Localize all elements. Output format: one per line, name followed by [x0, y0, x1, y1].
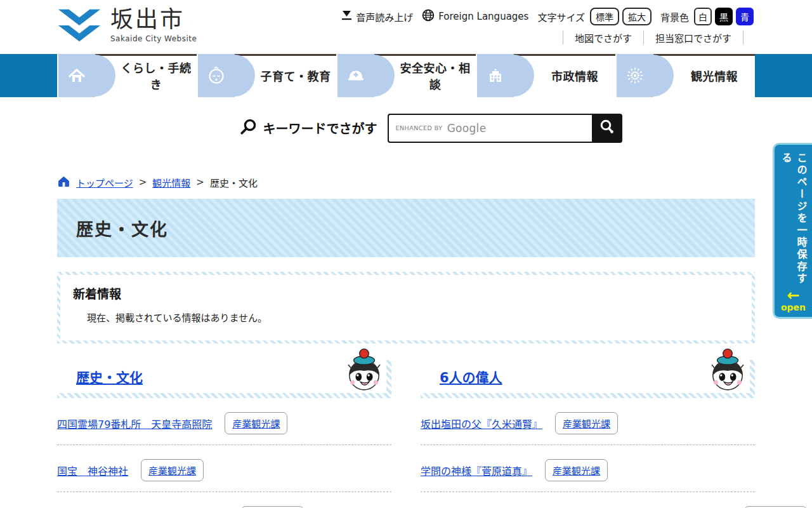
- search-input[interactable]: [388, 114, 592, 143]
- home-icon: [57, 54, 95, 97]
- breadcrumb: トップページ > 観光情報 > 歴史・文化: [57, 175, 812, 189]
- news-title: 新着情報: [73, 284, 739, 302]
- save-page-label: このページを一時保存する: [778, 152, 809, 290]
- background-color-control: 背景色 白 黒 青: [660, 8, 754, 25]
- nav-item-kosodate[interactable]: 子育て・教育: [197, 54, 336, 97]
- department-badge[interactable]: 産業観光課: [555, 412, 618, 434]
- item-link[interactable]: 坂出塩田の父『久米通賢』: [421, 416, 542, 431]
- save-page-side-tab[interactable]: このページを一時保存する ← open: [773, 143, 812, 319]
- nav-item-kurashi[interactable]: くらし・手続き: [57, 54, 197, 97]
- search-submit-button[interactable]: [592, 114, 622, 143]
- header-quick-links: 地図でさがす 担当窓口でさがす: [551, 30, 755, 44]
- divider: [643, 30, 644, 44]
- search-section-label: キーワードでさがす: [240, 118, 377, 138]
- mascot-icon: [346, 347, 383, 393]
- section-header: 6人の偉人: [421, 360, 755, 398]
- news-empty-message: 現在、掲載されている情報はありません。: [87, 311, 739, 324]
- nav-left-cap: [0, 54, 57, 97]
- column-history-culture: 歴史・文化: [57, 360, 391, 508]
- breadcrumb-top-link[interactable]: トップページ: [76, 176, 133, 189]
- search-by-department-link[interactable]: 担当窓口でさがす: [655, 31, 731, 44]
- page-title: 歴史・文化: [76, 216, 168, 241]
- background-color-label: 背景色: [660, 10, 689, 23]
- section-header: 歴史・文化: [57, 360, 391, 398]
- list-item: 坂出塩田の父『久米通賢』 産業観光課: [421, 398, 755, 444]
- main-navigation: くらし・手続き 子育て・教育 安全安心・相談: [0, 54, 812, 97]
- department-badge[interactable]: 産業観光課: [141, 459, 204, 481]
- column-great-people: 6人の偉人: [421, 360, 755, 508]
- site-subtitle: Sakaide City Website: [110, 34, 197, 43]
- divider: [563, 30, 563, 44]
- site-title: 坂出市: [110, 6, 197, 33]
- item-link[interactable]: 学問の神様『菅原道真』: [421, 463, 532, 478]
- item-link[interactable]: 国宝 神谷神社: [57, 463, 128, 478]
- list-item: 産業観光課: [57, 492, 391, 508]
- department-badge[interactable]: 産業観光課: [545, 459, 608, 481]
- baby-icon: [197, 54, 235, 97]
- list-item: 国宝 神谷神社 産業観光課: [57, 445, 391, 491]
- audio-readout-button[interactable]: 音声読み上げ: [341, 10, 413, 23]
- search-button-icon: [599, 119, 615, 138]
- foreign-languages-button[interactable]: Foreign Languages: [422, 9, 528, 24]
- header-toolbar: 音声読み上げ Foreign Languages 文字サイズ 標準 拡大: [341, 8, 754, 25]
- divider: [743, 30, 743, 44]
- list-item: 産業観光課: [421, 492, 755, 508]
- nav-item-kanko[interactable]: 観光情報: [615, 54, 755, 97]
- bg-blue-button[interactable]: 青: [736, 8, 754, 25]
- audio-readout-icon: [341, 10, 352, 23]
- search-by-map-link[interactable]: 地図でさがす: [575, 31, 632, 44]
- search-icon: [240, 118, 257, 138]
- open-label: open: [781, 302, 806, 312]
- department-badge[interactable]: 産業観光課: [225, 412, 287, 434]
- site-search-section: キーワードでさがす ENHANCED BY Google: [0, 97, 812, 159]
- left-arrow-icon: ←: [787, 290, 799, 302]
- breadcrumb-kanko-link[interactable]: 観光情報: [152, 176, 190, 189]
- firework-icon: [615, 54, 653, 97]
- breadcrumb-current: 歴史・文化: [210, 176, 258, 189]
- list-item: 学問の神様『菅原道真』 産業観光課: [421, 445, 755, 491]
- bg-white-button[interactable]: 白: [694, 8, 712, 25]
- site-logo[interactable]: 坂出市 Sakaide City Website: [57, 6, 197, 46]
- nav-right-cap: [755, 54, 812, 97]
- nav-item-shisei[interactable]: 市政情報: [476, 54, 615, 97]
- list-item: 四国霊場79番札所 天皇寺高照院 産業観光課: [57, 398, 391, 444]
- bg-black-button[interactable]: 黒: [715, 8, 733, 25]
- cityhall-icon: [476, 54, 514, 97]
- site-header: 坂出市 Sakaide City Website 音声読み上げ Foreign …: [0, 0, 812, 54]
- text-size-control: 文字サイズ 標準 拡大: [537, 8, 652, 25]
- category-columns: 歴史・文化: [57, 360, 755, 508]
- section-title-link[interactable]: 6人の偉人: [440, 367, 502, 386]
- text-size-large-button[interactable]: 拡大: [622, 8, 652, 25]
- sakaide-bird-logo-icon: [57, 8, 102, 46]
- helmet-icon: [336, 54, 374, 97]
- page-title-banner: 歴史・文化: [57, 199, 755, 257]
- mascot-icon: [709, 347, 746, 393]
- text-size-label: 文字サイズ: [537, 10, 585, 23]
- item-link[interactable]: 四国霊場79番札所 天皇寺高照院: [57, 416, 212, 431]
- section-title-link[interactable]: 歴史・文化: [76, 367, 143, 386]
- text-size-standard-button[interactable]: 標準: [590, 8, 619, 25]
- news-box: 新着情報 現在、掲載されている情報はありません。: [57, 272, 755, 344]
- breadcrumb-home-icon: [57, 175, 70, 190]
- globe-icon: [422, 9, 435, 24]
- nav-item-anzen[interactable]: 安全安心・相談: [336, 54, 476, 97]
